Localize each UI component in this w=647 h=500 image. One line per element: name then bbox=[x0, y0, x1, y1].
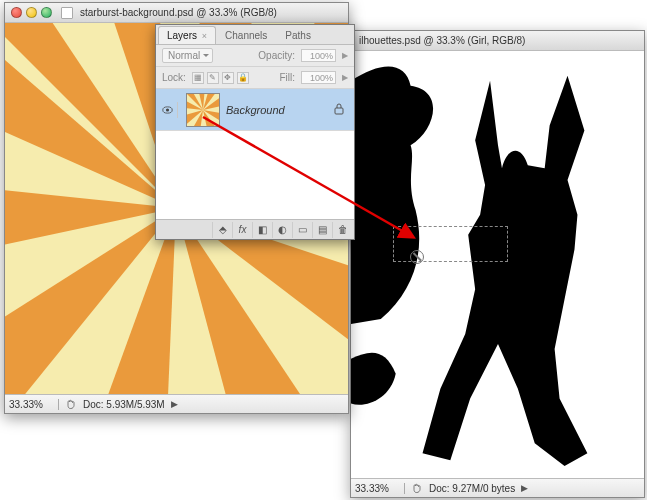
chevron-right-icon[interactable]: ▶ bbox=[521, 483, 528, 493]
svg-rect-6 bbox=[335, 108, 343, 114]
close-icon[interactable]: × bbox=[202, 31, 207, 41]
layer-name[interactable]: Background bbox=[226, 104, 328, 116]
layer-style-button[interactable]: fx bbox=[232, 222, 252, 238]
minimize-window-button[interactable] bbox=[26, 7, 37, 18]
doc-info: Doc: 5.93M/5.93M bbox=[83, 399, 165, 410]
panel-tabs: Layers × Channels Paths bbox=[156, 25, 354, 45]
document-title: ilhouettes.psd @ 33.3% (Girl, RGB/8) bbox=[359, 35, 525, 46]
layer-thumbnail[interactable] bbox=[186, 93, 220, 127]
tab-paths[interactable]: Paths bbox=[276, 26, 320, 44]
chevron-right-icon[interactable]: ▶ bbox=[342, 51, 348, 60]
doc-info: Doc: 9.27M/0 bytes bbox=[429, 483, 515, 494]
delete-layer-button[interactable]: 🗑 bbox=[332, 222, 352, 238]
lock-position-icon[interactable]: ✥ bbox=[222, 72, 234, 84]
hand-icon bbox=[411, 482, 423, 494]
no-drop-cursor-icon bbox=[410, 250, 424, 264]
document-icon bbox=[61, 7, 73, 19]
statusbar: 33.33% Doc: 9.27M/0 bytes ▶ bbox=[351, 478, 644, 497]
titlebar[interactable]: ilhouettes.psd @ 33.3% (Girl, RGB/8) bbox=[351, 31, 644, 51]
visibility-toggle[interactable] bbox=[162, 102, 178, 118]
statusbar: 33.33% Doc: 5.93M/5.93M ▶ bbox=[5, 394, 348, 413]
layers-panel: Layers × Channels Paths Normal Opacity: … bbox=[155, 24, 355, 240]
titlebar[interactable]: starburst-background.psd @ 33.3% (RGB/8) bbox=[5, 3, 348, 23]
blend-opacity-row: Normal Opacity: 100% ▶ bbox=[156, 45, 354, 67]
lock-label: Lock: bbox=[162, 72, 186, 83]
new-group-button[interactable]: ▭ bbox=[292, 222, 312, 238]
link-layers-button[interactable]: ⬘ bbox=[212, 222, 232, 238]
tab-channels[interactable]: Channels bbox=[216, 26, 276, 44]
lock-pixels-icon[interactable]: ✎ bbox=[207, 72, 219, 84]
svg-point-4 bbox=[166, 108, 169, 111]
blend-mode-select[interactable]: Normal bbox=[162, 48, 213, 63]
hand-icon bbox=[65, 398, 77, 410]
lock-fill-row: Lock: ▦ ✎ ✥ 🔒 Fill: 100% ▶ bbox=[156, 67, 354, 89]
tab-label: Layers bbox=[167, 30, 197, 41]
lock-icon[interactable] bbox=[334, 103, 344, 117]
document-window-silhouettes: ilhouettes.psd @ 33.3% (Girl, RGB/8) 33.… bbox=[350, 30, 645, 498]
layer-mask-button[interactable]: ◧ bbox=[252, 222, 272, 238]
lock-icon-group: ▦ ✎ ✥ 🔒 bbox=[192, 72, 249, 84]
document-title: starburst-background.psd @ 33.3% (RGB/8) bbox=[80, 7, 277, 18]
eye-icon bbox=[162, 105, 173, 115]
chevron-right-icon[interactable]: ▶ bbox=[171, 399, 178, 409]
lock-transparency-icon[interactable]: ▦ bbox=[192, 72, 204, 84]
opacity-field[interactable]: 100% bbox=[301, 49, 336, 62]
traffic-lights bbox=[11, 7, 52, 18]
fill-label: Fill: bbox=[279, 72, 295, 83]
close-window-button[interactable] bbox=[11, 7, 22, 18]
lock-all-icon[interactable]: 🔒 bbox=[237, 72, 249, 84]
zoom-level[interactable]: 33.33% bbox=[9, 399, 59, 410]
zoom-window-button[interactable] bbox=[41, 7, 52, 18]
panel-footer: ⬘ fx ◧ ◐ ▭ ▤ 🗑 bbox=[156, 219, 354, 239]
fill-field[interactable]: 100% bbox=[301, 71, 336, 84]
layer-row-background[interactable]: Background bbox=[156, 89, 354, 131]
opacity-label: Opacity: bbox=[258, 50, 295, 61]
new-layer-button[interactable]: ▤ bbox=[312, 222, 332, 238]
chevron-right-icon[interactable]: ▶ bbox=[342, 73, 348, 82]
tab-layers[interactable]: Layers × bbox=[158, 26, 216, 44]
zoom-level[interactable]: 33.33% bbox=[355, 483, 405, 494]
adjustment-layer-button[interactable]: ◐ bbox=[272, 222, 292, 238]
layer-list: Background bbox=[156, 89, 354, 219]
canvas[interactable] bbox=[351, 51, 644, 478]
svg-point-1 bbox=[501, 172, 533, 204]
